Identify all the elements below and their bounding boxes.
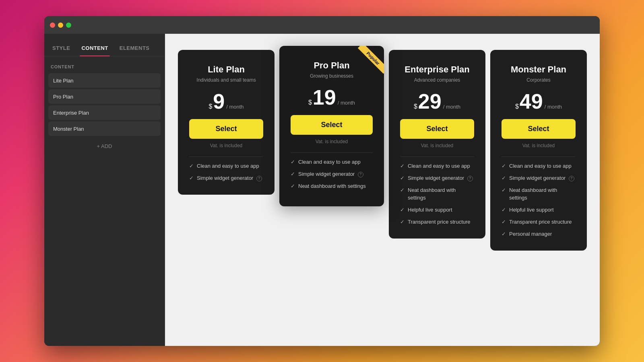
check-icon: ✓ [400,163,405,169]
vat-note-pro: Vat. is included [291,139,373,144]
tab-style[interactable]: STYLE [51,40,72,56]
check-icon: ✓ [502,175,506,181]
feature-item: ✓ Clean and easy to use app [291,158,373,166]
sidebar-item-label-enterprise: Enterprise Plan [53,110,89,116]
feature-text: Helpful live support [408,206,452,214]
sidebar-item-label-pro: Pro Plan [53,94,73,100]
feature-text: Clean and easy to use app [197,162,259,170]
plan-name-enterprise: Enterprise Plan [400,64,474,75]
copy-icon-monster[interactable]: ⊞ [140,125,146,132]
pricing-card-lite: Lite Plan Individuals and small teams $ … [178,50,275,195]
pricing-card-enterprise: Enterprise Plan Advanced companies $ 29 … [389,50,485,239]
plan-name-lite: Lite Plan [189,64,263,75]
titlebar [44,16,600,34]
feature-text: Transparent price structure [408,218,471,226]
divider-monster [502,156,576,157]
feature-item: ✓ Helpful live support [502,206,576,214]
sidebar-item-label-lite: Lite Plan [53,78,74,84]
price-dollar-enterprise: $ [414,103,417,110]
divider-enterprise [400,156,474,157]
price-period-lite: / month [226,104,244,110]
price-period-enterprise: / month [443,104,460,110]
price-amount-monster: 49 [520,91,543,112]
plan-name-monster: Monster Plan [502,64,576,75]
plan-price-monster: $ 49 / month [502,91,576,112]
feature-list-monster: ✓ Clean and easy to use app ✓ Simple wid… [502,162,576,238]
help-icon[interactable]: ? [256,176,262,181]
check-icon: ✓ [502,163,506,169]
help-icon[interactable]: ? [467,176,473,181]
check-icon: ✓ [189,175,194,181]
check-icon: ✓ [400,187,405,193]
add-plan-button[interactable]: + ADD [44,138,165,154]
price-period-pro: / month [338,100,355,106]
feature-text: Helpful live support [509,206,554,214]
select-button-enterprise[interactable]: Select [400,119,474,139]
tab-content[interactable]: CONTENT [80,40,109,56]
sidebar-item-enterprise-plan[interactable]: Enterprise Plan ⊞ ✕ [48,105,161,120]
plan-desc-lite: Individuals and small teams [189,77,263,83]
select-button-lite[interactable]: Select [189,119,263,139]
feature-text: Simple widget generator ? [509,175,574,182]
feature-item: ✓ Neat dashboard with settings [400,187,474,201]
help-icon[interactable]: ? [569,176,574,181]
feature-item: ✓ Clean and easy to use app [400,162,474,170]
delete-icon-enterprise[interactable]: ✕ [149,109,156,116]
sidebar-item-monster-plan[interactable]: Monster Plan ⊞ ✕ [48,121,161,136]
feature-text: Simple widget generator ? [298,171,363,178]
feature-text: Clean and easy to use app [298,158,361,166]
copy-icon-pro[interactable]: ⊞ [140,93,146,100]
feature-item: ✓ Helpful live support [400,206,474,214]
app-window: STYLE CONTENT ELEMENTS CONTENT Lite Plan… [44,16,600,346]
feature-item: ✓ Simple widget generator ? [189,175,263,182]
main-content: Lite Plan Individuals and small teams $ … [165,34,600,346]
sidebar-item-pro-plan[interactable]: Pro Plan ⊞ ✕ [48,89,161,104]
copy-icon-lite[interactable]: ⊞ [140,77,146,84]
check-icon: ✓ [291,159,295,165]
select-button-pro[interactable]: Select [291,115,373,135]
check-icon: ✓ [502,231,506,237]
feature-text: Neat dashboard with settings [408,187,474,201]
check-icon: ✓ [400,175,405,181]
feature-text: Simple widget generator ? [197,175,262,182]
pricing-grid: Lite Plan Individuals and small teams $ … [175,50,589,251]
feature-item: ✓ Simple widget generator ? [291,171,373,178]
vat-note-enterprise: Vat. is included [400,143,474,148]
dot-yellow[interactable] [58,23,63,28]
dot-red[interactable] [50,23,55,28]
delete-icon-pro[interactable]: ✕ [149,93,156,100]
delete-icon-lite[interactable]: ✕ [149,77,156,84]
feature-text: Clean and easy to use app [509,162,572,170]
check-icon: ✓ [400,207,405,213]
delete-icon-monster[interactable]: ✕ [149,125,156,132]
feature-text: Neat dashboard with settings [298,183,366,190]
plan-price-enterprise: $ 29 / month [400,91,474,112]
help-icon[interactable]: ? [358,172,363,177]
popular-badge [352,46,384,78]
sidebar-item-lite-plan[interactable]: Lite Plan ⊞ ✕ [48,73,161,88]
plan-desc-enterprise: Advanced companies [400,77,474,83]
feature-item: ✓ Transparent price structure [502,218,576,226]
sidebar-section-label: CONTENT [44,56,165,73]
check-icon: ✓ [502,219,506,225]
pricing-card-pro: Pro Plan Growing businesses $ 19 / month… [279,46,384,206]
feature-text: Transparent price structure [509,218,572,226]
select-button-monster[interactable]: Select [502,119,576,139]
feature-list-lite: ✓ Clean and easy to use app ✓ Simple wid… [189,162,263,182]
copy-icon-enterprise[interactable]: ⊞ [140,109,146,116]
sidebar-tabs: STYLE CONTENT ELEMENTS [44,34,165,56]
feature-text: Personal manager [509,230,552,238]
check-icon: ✓ [189,163,194,169]
price-dollar-pro: $ [308,99,312,106]
price-amount-enterprise: 29 [418,91,442,112]
dot-green[interactable] [66,23,71,28]
tab-elements[interactable]: ELEMENTS [118,40,151,56]
feature-item: ✓ Neat dashboard with settings [502,187,576,201]
pricing-card-monster: Monster Plan Corporates $ 49 / month Sel… [490,50,587,251]
price-amount-pro: 19 [313,87,336,108]
plan-desc-monster: Corporates [502,77,576,83]
check-icon: ✓ [291,171,295,177]
price-amount-lite: 9 [213,91,225,112]
feature-text: Simple widget generator ? [408,175,473,182]
window-body: STYLE CONTENT ELEMENTS CONTENT Lite Plan… [44,34,600,346]
